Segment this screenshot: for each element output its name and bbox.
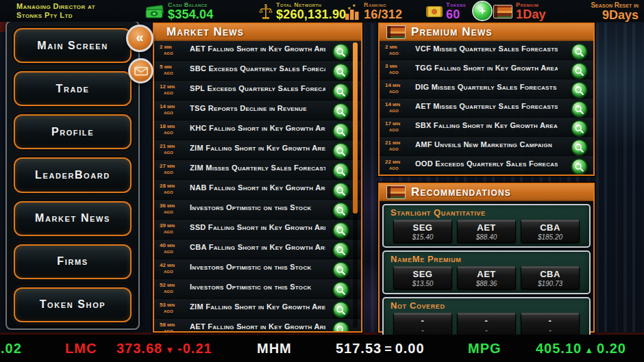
ticker-symbol: LMC xyxy=(65,341,97,357)
ticker-fragment: .02 xyxy=(1,341,22,357)
collapse-sidebar-button[interactable]: « xyxy=(126,25,153,52)
inspect-news-button[interactable] xyxy=(571,120,588,137)
magnifier-icon xyxy=(335,47,347,58)
ranking-podium-icon: ★ ★ xyxy=(344,3,360,21)
top-stats-bar: Managing Director at Stonks Pty Ltd Cash… xyxy=(0,0,644,22)
stock-price: $190.73 xyxy=(521,279,579,288)
stock-price: - xyxy=(458,326,515,335)
sidebar-nav-button[interactable]: Trade xyxy=(14,71,132,106)
news-headline: Investors Optimistic on this Stock xyxy=(190,283,325,291)
add-premium-button[interactable]: + xyxy=(473,2,491,20)
ticker-price: 517.53 xyxy=(336,341,382,356)
magnifier-icon xyxy=(573,104,585,116)
news-headline: ZIM Falling Short in Key Growth Areas xyxy=(190,144,325,152)
recommendations-panel: Recommendations Starlight Quantitative S… xyxy=(378,183,595,333)
news-headline: ZIM Misses Quarterly Sales Forecasts xyxy=(190,164,325,172)
sidebar-menu: Main Screen Trade Profile LeaderBoard Ma… xyxy=(5,21,140,330)
magnifier-icon xyxy=(335,185,347,197)
stock-price: $13.50 xyxy=(394,279,451,288)
news-row: 36 min ago Investors Optimistic on this … xyxy=(154,200,361,220)
inspect-news-button[interactable] xyxy=(332,182,349,199)
inspect-news-button[interactable] xyxy=(571,62,588,79)
inspect-news-button[interactable] xyxy=(332,162,349,179)
inspect-news-button[interactable] xyxy=(332,321,349,331)
news-row: 12 min ago SPL Exceeds Quarterly Sales F… xyxy=(154,81,361,101)
inspect-news-button[interactable] xyxy=(332,301,349,318)
stock-cell[interactable]: AET $88.36 xyxy=(457,266,516,289)
ticker-quote: 405.10▲0.20 xyxy=(536,341,626,357)
stock-cell[interactable]: - - xyxy=(393,313,452,336)
news-time: 12 min ago xyxy=(160,83,190,96)
recommendations-body: Starlight Quantitative SEG $15.40 AET $8… xyxy=(380,201,593,331)
stock-ticker-bar: .02 LMC 373.68▼-0.21 MHM 517.53=0.00 MPG… xyxy=(0,335,644,362)
inspect-news-button[interactable] xyxy=(571,43,588,60)
envelope-icon xyxy=(134,66,148,76)
stock-cell[interactable]: SEG $15.40 xyxy=(393,220,452,243)
sidebar-nav-button[interactable]: Main Screen xyxy=(14,28,132,63)
news-row: 21 min ago ZIM Falling Short in Key Grow… xyxy=(154,140,361,160)
news-time: 39 min ago xyxy=(160,222,190,235)
premium-news-title: Premium News xyxy=(411,25,493,39)
mail-button[interactable] xyxy=(128,58,153,83)
premium-stat: Premium 1Day xyxy=(493,1,546,21)
stock-cell[interactable]: AET $88.40 xyxy=(457,220,516,243)
down-arrow-icon: ▼ xyxy=(165,345,175,355)
premium-news-logo xyxy=(386,25,406,39)
sidebar-nav-button[interactable]: LeaderBoard xyxy=(14,157,132,192)
stock-ticker: AET xyxy=(458,222,515,233)
ticker-change: 0.20 xyxy=(597,341,626,356)
news-row: 58 min ago AET Falling Short in Key Grow… xyxy=(154,319,361,331)
ranking-stat: ★ ★ Ranking 16/312 xyxy=(344,1,402,21)
sidebar-nav-button[interactable]: Firms xyxy=(14,244,132,279)
inspect-news-button[interactable] xyxy=(571,139,588,156)
stock-cell[interactable]: CBA $185.20 xyxy=(521,220,580,243)
news-headline: Investors Optimistic on this Stock xyxy=(190,203,325,211)
market-news-panel: Market News 2 min ago AET Falling Short … xyxy=(153,23,362,333)
inspect-news-button[interactable] xyxy=(332,122,349,140)
cash-icon xyxy=(144,3,164,20)
inspect-news-button[interactable] xyxy=(332,142,349,159)
stock-cell[interactable]: CBA $190.73 xyxy=(521,266,580,289)
inspect-news-button[interactable] xyxy=(571,81,588,99)
inspect-news-button[interactable] xyxy=(332,281,349,298)
stock-cell[interactable]: - - xyxy=(521,313,580,336)
player-role: Managing Director at Stonks Pty Ltd xyxy=(16,2,95,20)
inspect-news-button[interactable] xyxy=(332,83,349,100)
magnifier-icon xyxy=(335,305,347,316)
inspect-news-button[interactable] xyxy=(571,101,588,118)
magnifier-icon xyxy=(573,123,585,135)
tokens-value: 60 xyxy=(446,8,466,21)
magnifier-icon xyxy=(573,85,585,96)
news-time: 22 min ago xyxy=(385,159,415,171)
sidebar-nav-button[interactable]: Profile xyxy=(14,114,132,149)
inspect-news-button[interactable] xyxy=(332,222,349,239)
inspect-news-button[interactable] xyxy=(332,103,349,120)
sidebar-nav-button[interactable]: Token Shop xyxy=(14,287,132,322)
scrollbar-thumb[interactable] xyxy=(353,42,358,214)
magnifier-icon xyxy=(335,126,347,138)
premium-value: 1Day xyxy=(516,8,546,21)
game-screen: Managing Director at Stonks Pty Ltd Cash… xyxy=(0,0,644,362)
sidebar-nav-button[interactable]: Market News xyxy=(14,201,132,236)
magnifier-icon xyxy=(573,142,585,154)
inspect-news-button[interactable] xyxy=(571,158,588,174)
stock-price: $88.36 xyxy=(458,279,515,288)
news-time: 52 min ago xyxy=(160,282,190,294)
inspect-news-button[interactable] xyxy=(332,202,349,219)
recommendations-logo xyxy=(386,185,406,199)
analyst-firm-name: Starlight Quantitative xyxy=(391,207,582,218)
news-row: 39 min ago SSD Falling Short in Key Grow… xyxy=(154,220,361,240)
news-row: 52 min ago Investors Optimistic on this … xyxy=(154,279,361,299)
inspect-news-button[interactable] xyxy=(332,261,349,279)
news-time: 21 min ago xyxy=(385,140,415,152)
stock-cell[interactable]: SEG $13.50 xyxy=(393,266,452,289)
ticker-quote: 373.68▼-0.21 xyxy=(116,341,212,357)
cash-balance-stat: Cash Balance $354.04 xyxy=(144,1,213,21)
market-news-header: Market News xyxy=(154,24,361,41)
inspect-news-button[interactable] xyxy=(332,242,349,259)
inspect-news-button[interactable] xyxy=(332,43,349,60)
inspect-news-button[interactable] xyxy=(332,63,349,80)
stock-cell[interactable]: - - xyxy=(457,313,516,336)
stock-ticker: - xyxy=(521,315,579,326)
stock-price: - xyxy=(394,326,451,335)
